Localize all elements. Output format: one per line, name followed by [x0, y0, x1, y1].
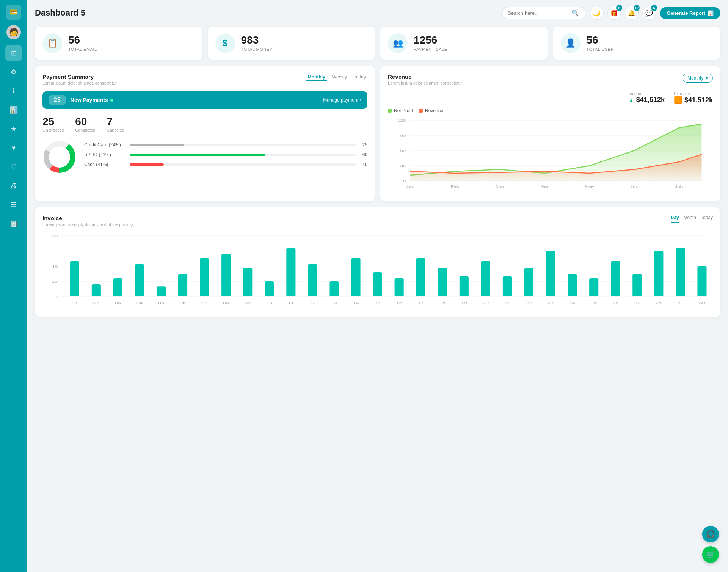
sidebar-item-chart[interactable]: 📊	[5, 102, 22, 118]
stat-payment-icon: 👥	[388, 33, 408, 53]
stats-row: 📋 56 TOTAL EMAIL $ 983 TOTAL MONEY 👥 125…	[35, 27, 720, 60]
chevron-down-icon: ▾	[706, 75, 708, 81]
sidebar-item-list[interactable]: ☰	[5, 196, 22, 213]
svg-text:06: 06	[180, 301, 186, 305]
svg-text:24: 24	[569, 301, 575, 305]
manage-payment-link[interactable]: Manage payment ›	[323, 97, 361, 103]
revenue-dot	[419, 109, 423, 113]
bar-26	[611, 261, 620, 296]
fab-cart[interactable]: 🛒	[702, 546, 719, 563]
bar-25	[589, 278, 598, 296]
sidebar-item-info[interactable]: ℹ	[5, 83, 22, 99]
chat-icon: 💬	[645, 9, 653, 17]
method-cash-bar	[130, 163, 164, 166]
on-process-number: 25	[42, 116, 64, 128]
generate-report-button[interactable]: Generate Report 📊	[660, 7, 720, 19]
fab-support[interactable]: 🎧	[702, 526, 719, 542]
method-credit-bar-wrap	[130, 144, 356, 146]
bar-06	[178, 274, 187, 296]
svg-text:19: 19	[461, 301, 467, 305]
invoice-chart-container: 60 40 20 0 01020304050607080910111213141…	[42, 232, 713, 309]
svg-text:01: 01	[72, 301, 78, 305]
svg-text:30: 30	[400, 164, 406, 168]
generate-btn-label: Generate Report	[667, 10, 705, 16]
bar-19	[460, 276, 469, 296]
new-payments-dot	[110, 99, 113, 102]
svg-text:20: 20	[52, 280, 58, 284]
stat-card-email: 📋 56 TOTAL EMAIL	[35, 27, 202, 60]
svg-text:July: July	[675, 185, 684, 188]
bar-08	[221, 254, 231, 296]
stat-card-money: $ 983 TOTAL MONEY	[208, 27, 375, 60]
income-value: ▲ $41,512k	[629, 96, 665, 104]
svg-text:60: 60	[52, 234, 58, 238]
stat-payment-label: PAYMENT SALE	[414, 47, 447, 52]
bar-01	[70, 261, 79, 296]
sidebar-item-settings[interactable]: ⚙	[5, 64, 22, 80]
stat-user-number: 56	[587, 35, 614, 45]
tab-today[interactable]: Today	[352, 74, 367, 81]
svg-text:20: 20	[483, 301, 489, 305]
income-label: Income	[629, 91, 665, 96]
monthly-label: Monthly	[687, 75, 703, 81]
revenue-monthly-dropdown[interactable]: Monthly ▾	[682, 74, 713, 83]
sidebar-item-heart1[interactable]: ♥	[5, 139, 22, 156]
sidebar-item-dashboard[interactable]: ⊞	[5, 45, 22, 61]
invoice-tab-today[interactable]: Today	[701, 215, 713, 223]
tab-monthly[interactable]: Monthly	[306, 74, 327, 81]
invoice-tab-month[interactable]: Month	[684, 215, 696, 223]
invoice-subtitle: Lorem ipsum is simply dummy text of the …	[42, 222, 133, 227]
stat-email-label: TOTAL EMAIL	[68, 47, 97, 52]
payment-summary-title-block: Payment Summary Lorem ipsum dolor sit am…	[42, 74, 117, 85]
bar-23	[546, 251, 555, 296]
new-payments-bar: 25 New Payments Manage payment ›	[42, 91, 367, 109]
sidebar-item-heart2[interactable]: ♡	[5, 158, 22, 175]
sidebar-item-star[interactable]: ★	[5, 121, 22, 137]
bar-17	[416, 258, 425, 296]
sidebar-item-printer[interactable]: 🖨	[5, 177, 22, 194]
invoice-title-block: Invoice Lorem ipsum is simply dummy text…	[42, 215, 133, 227]
sidebar-item-doc[interactable]: 📋	[5, 215, 22, 232]
moon-icon-btn[interactable]: 🌙	[590, 6, 604, 20]
search-input[interactable]	[508, 10, 568, 16]
bar-chart-icon: 📊	[708, 10, 714, 16]
stat-payment-info: 1256 PAYMENT SALE	[414, 35, 447, 52]
bell-icon-btn[interactable]: 🔔 12	[625, 6, 639, 20]
sidebar-avatar[interactable]: 🧑	[6, 25, 21, 39]
method-cash-val: 10	[360, 162, 367, 167]
svg-text:40: 40	[52, 265, 58, 268]
stat-user-icon: 👤	[561, 33, 581, 53]
stat-money-info: 983 TOTAL MONEY	[241, 35, 273, 52]
svg-text:27: 27	[634, 301, 640, 305]
invoice-header: Invoice Lorem ipsum is simply dummy text…	[42, 215, 713, 227]
stat-user-info: 56 TOTAL USER	[587, 35, 614, 52]
bar-14	[351, 258, 360, 296]
tab-weekly[interactable]: Weekly	[331, 74, 348, 81]
revenue-panel: Revenue Lorem ipsum dolor sit amet, cons…	[380, 66, 720, 201]
bar-20	[481, 261, 490, 296]
method-credit-card: Credit Card (24%) 25	[84, 142, 367, 147]
svg-text:08: 08	[223, 301, 229, 305]
bar-24	[568, 274, 577, 296]
sidebar-logo[interactable]: 💳	[6, 5, 21, 20]
svg-text:29: 29	[677, 301, 683, 305]
svg-text:16: 16	[396, 301, 402, 305]
stat-money-label: TOTAL MONEY	[241, 47, 273, 52]
stat-user-label: TOTAL USER	[587, 47, 614, 52]
gift-icon-btn[interactable]: 🎁 2	[607, 6, 621, 20]
svg-text:May: May	[585, 185, 594, 188]
search-bar[interactable]: 🔍	[502, 7, 585, 19]
revenue-chart-svg: 120 90 60 30 0	[388, 116, 713, 192]
revenue-title-block: Revenue Lorem ipsum dolor sit amet, cons…	[388, 74, 462, 85]
invoice-tab-day[interactable]: Day	[671, 215, 679, 223]
bar-13	[329, 281, 339, 296]
svg-text:21: 21	[504, 301, 510, 305]
new-payments-label: New Payments	[71, 97, 113, 103]
method-upi-bar	[130, 154, 265, 156]
expense-value: 🟧 $41,512k	[674, 96, 713, 104]
bar-09	[243, 268, 252, 296]
stat-email-info: 56 TOTAL EMAIL	[68, 35, 97, 52]
bar-22	[524, 268, 533, 296]
revenue-chart-container: 120 90 60 30 0	[388, 116, 713, 194]
chat-icon-btn[interactable]: 💬 5	[642, 6, 656, 20]
